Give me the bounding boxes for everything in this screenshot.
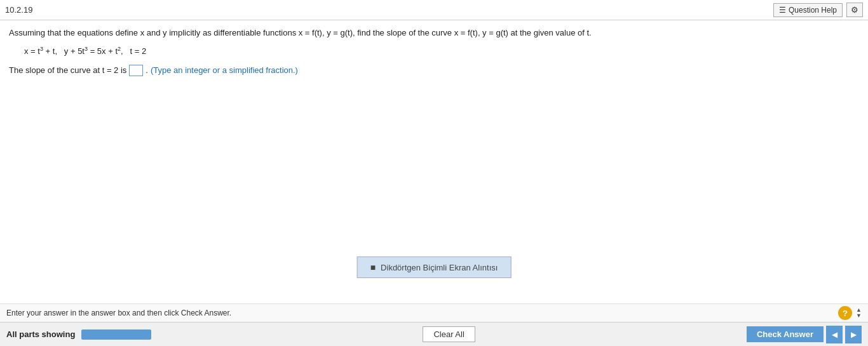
equation-text: x = t3 + t, y + 5t3 = 5x + t2, t = 2 <box>24 46 146 56</box>
answer-hint: (Type an integer or a simplified fractio… <box>151 65 298 75</box>
enter-answer-text: Enter your answer in the answer box and … <box>6 309 231 317</box>
scroll-down-icon[interactable]: ▼ <box>856 313 862 319</box>
check-answer-button[interactable]: Check Answer <box>747 326 824 342</box>
bottom-bar: All parts showing Clear All Check Answer… <box>0 322 868 346</box>
bottom-center-area: Clear All <box>423 326 475 342</box>
help-button[interactable]: ? <box>838 306 852 320</box>
question-help-label: Question Help <box>789 6 837 15</box>
scroll-controls[interactable]: ▲ ▼ <box>856 307 862 319</box>
bottom-left-area: All parts showing <box>6 329 151 340</box>
screenshot-text: Dikdörtgen Biçimli Ekran Alıntısı <box>381 263 498 272</box>
answer-period: . <box>146 65 148 75</box>
screenshot-overlay: ■ Dikdörtgen Biçimli Ekran Alıntısı <box>357 256 512 278</box>
answer-line: The slope of the curve at t = 2 is . (Ty… <box>9 65 859 76</box>
nav-next-button[interactable]: ▶ <box>845 326 862 343</box>
screenshot-icon: ■ <box>370 262 376 272</box>
progress-bar <box>81 329 151 340</box>
gear-icon: ⚙ <box>851 5 858 15</box>
problem-statement: Assuming that the equations define x and… <box>9 27 859 39</box>
list-icon: ☰ <box>779 6 786 15</box>
help-scroll-area: ? ▲ ▼ <box>838 306 862 320</box>
answer-input-box[interactable] <box>129 65 143 76</box>
all-parts-label: All parts showing <box>6 329 75 339</box>
version-label: 10.2.19 <box>5 5 32 15</box>
top-bar: 10.2.19 ☰ Question Help ⚙ <box>0 0 868 20</box>
gear-button[interactable]: ⚙ <box>846 3 863 17</box>
help-symbol: ? <box>843 309 848 318</box>
nav-prev-button[interactable]: ◀ <box>826 326 843 343</box>
main-content: Assuming that the equations define x and… <box>0 20 868 303</box>
clear-all-button[interactable]: Clear All <box>423 326 475 342</box>
answer-prefix: The slope of the curve at t = 2 is <box>9 65 126 75</box>
enter-answer-bar: Enter your answer in the answer box and … <box>0 303 868 322</box>
equations-line: x = t3 + t, y + 5t3 = 5x + t2, t = 2 <box>24 44 859 58</box>
top-bar-controls: ☰ Question Help ⚙ <box>773 3 863 17</box>
question-help-button[interactable]: ☰ Question Help <box>773 3 843 17</box>
bottom-right-area: Check Answer ◀ ▶ <box>747 326 862 343</box>
